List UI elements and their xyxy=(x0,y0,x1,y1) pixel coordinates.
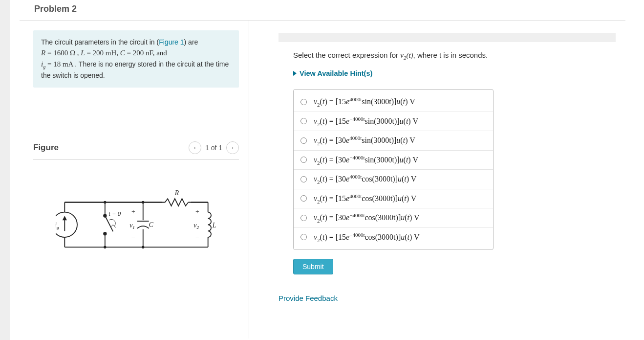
caret-right-icon xyxy=(293,71,297,76)
option-row[interactable]: v2(t) = [15e4000tsin(3000t)]u(t) V xyxy=(294,92,493,112)
option-radio[interactable] xyxy=(301,195,307,202)
label-ig: ig xyxy=(56,221,59,230)
option-equation: v2(t) = [15e−4000tcos(3000t)]u(t) V xyxy=(314,232,420,243)
svg-point-11 xyxy=(104,232,106,234)
figure-label: Figure xyxy=(33,143,59,153)
svg-point-4 xyxy=(56,212,77,237)
svg-point-10 xyxy=(104,214,106,217)
left-column: The circuit parameters in the circuit in… xyxy=(20,21,249,339)
option-equation: v2(t) = [30e4000tcos(3000t)]u(t) V xyxy=(314,174,416,185)
svg-marker-6 xyxy=(62,215,66,220)
label-r: R xyxy=(174,189,179,196)
option-radio[interactable] xyxy=(301,234,307,240)
option-equation: v2(t) = [15e4000tcos(3000t)]u(t) V xyxy=(314,193,416,204)
label-l: L xyxy=(212,221,216,228)
label-plus-1: + xyxy=(131,208,135,215)
option-row[interactable]: v2(t) = [30e−4000tcos(3000t)]u(t) V xyxy=(294,208,493,227)
label-minus-1: − xyxy=(131,233,135,240)
svg-point-25 xyxy=(141,201,144,203)
svg-line-9 xyxy=(105,215,112,231)
option-radio[interactable] xyxy=(301,215,307,221)
option-radio[interactable] xyxy=(301,118,307,124)
label-v2: v2 xyxy=(193,221,199,230)
label-plus-2: + xyxy=(195,208,199,215)
option-equation: v2(t) = [15e4000tsin(3000t)]u(t) V xyxy=(314,96,415,108)
option-row[interactable]: v2(t) = [15e4000tcos(3000t)]u(t) V xyxy=(294,189,493,208)
svg-point-23 xyxy=(104,201,106,203)
option-radio[interactable] xyxy=(301,99,307,105)
option-row[interactable]: v2(t) = [30e4000tcos(3000t)]u(t) V xyxy=(294,169,493,189)
svg-point-26 xyxy=(141,246,144,248)
circuit-diagram: ig t = 0 + − v1 C R + − v2 L xyxy=(56,189,217,261)
figure-link[interactable]: Figure 1 xyxy=(159,38,184,46)
provide-feedback-link[interactable]: Provide Feedback xyxy=(279,294,616,302)
option-radio[interactable] xyxy=(301,157,307,163)
hints-label: View Available Hint(s) xyxy=(300,69,372,77)
option-radio[interactable] xyxy=(301,137,307,144)
svg-line-12 xyxy=(113,225,115,227)
label-switch: t = 0 xyxy=(108,210,121,217)
answer-options: v2(t) = [15e4000tsin(3000t)]u(t) Vv2(t) … xyxy=(293,89,494,250)
option-equation: v2(t) = [30e4000tsin(3000t)]u(t) V xyxy=(314,135,415,146)
figure-section: Figure ‹ 1 of 1 › xyxy=(33,141,239,261)
intro-text-2: ) are xyxy=(184,38,198,46)
figure-prev-button[interactable]: ‹ xyxy=(189,141,201,154)
svg-point-24 xyxy=(104,246,106,248)
page-margin xyxy=(0,0,10,340)
label-v1: v1 xyxy=(129,221,135,230)
intro-text: The circuit parameters in the circuit in… xyxy=(41,38,159,46)
option-equation: v2(t) = [15e−4000tsin(3000t)]u(t) V xyxy=(314,116,418,127)
option-row[interactable]: v2(t) = [30e−4000tsin(3000t)]u(t) V xyxy=(294,150,493,170)
problem-statement: The circuit parameters in the circuit in… xyxy=(33,30,239,88)
option-row[interactable]: v2(t) = [30e4000tsin(3000t)]u(t) V xyxy=(294,131,493,150)
view-hints[interactable]: View Available Hint(s) xyxy=(293,69,616,77)
figure-next-button[interactable]: › xyxy=(226,141,239,154)
option-equation: v2(t) = [30e−4000tcos(3000t)]u(t) V xyxy=(314,212,420,224)
params-line: R = 1600 Ω , L = 200 mH, C = 200 nF, and xyxy=(41,49,167,57)
option-row[interactable]: v2(t) = [15e−4000tcos(3000t)]u(t) V xyxy=(294,227,493,247)
label-minus-2: − xyxy=(195,233,199,240)
option-row[interactable]: v2(t) = [15e−4000tsin(3000t)]u(t) V xyxy=(294,112,493,131)
right-column: Select the correct expression for v2(t),… xyxy=(249,21,625,339)
figure-counter: 1 of 1 xyxy=(205,144,222,152)
submit-button[interactable]: Submit xyxy=(293,259,333,274)
figure-navigation: ‹ 1 of 1 › xyxy=(189,141,239,154)
question-text: Select the correct expression for v2(t),… xyxy=(293,51,616,61)
option-radio[interactable] xyxy=(301,176,307,182)
option-equation: v2(t) = [30e−4000tsin(3000t)]u(t) V xyxy=(314,155,418,166)
problem-title: Problem 2 xyxy=(20,0,625,21)
ig-line: ig = 18 mA xyxy=(41,60,75,68)
part-header-bar xyxy=(279,33,616,42)
label-c: C xyxy=(149,221,153,228)
submit-label: Submit xyxy=(302,263,324,271)
